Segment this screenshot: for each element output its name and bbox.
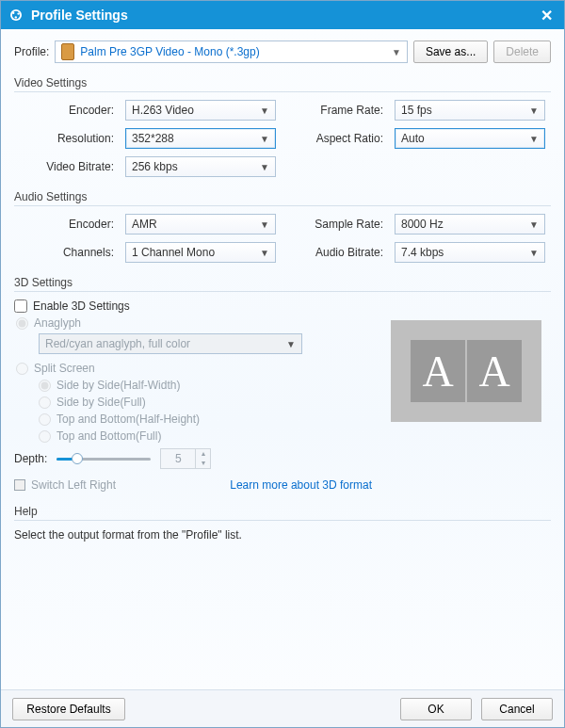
frame-rate-label: Frame Rate:	[283, 104, 387, 117]
video-settings-group: Video Settings Encoder: H.263 Video▼ Fra…	[14, 76, 551, 177]
split-screen-radio: Split Screen	[16, 362, 372, 375]
audio-encoder-combo[interactable]: AMR▼	[125, 214, 276, 235]
opt-tb-full: Top and Bottom(Full)	[39, 429, 372, 443]
ok-button[interactable]: OK	[400, 698, 472, 720]
frame-rate-combo[interactable]: 15 fps▼	[395, 100, 545, 121]
video-bitrate-combo[interactable]: 256 kbps▼	[125, 156, 276, 177]
slider-thumb-icon[interactable]	[72, 453, 83, 464]
chevron-down-icon: ▼	[529, 219, 539, 230]
restore-defaults-button[interactable]: Restore Defaults	[12, 698, 125, 720]
profile-combo[interactable]: Palm Pre 3GP Video - Mono (*.3gp) ▼	[55, 40, 408, 63]
chevron-down-icon: ▼	[260, 105, 269, 116]
sample-rate-label: Sample Rate:	[283, 218, 387, 231]
anaglyph-radio: Anaglyph	[16, 316, 372, 330]
help-group: Help Select the output format from the "…	[14, 505, 551, 542]
audio-bitrate-combo[interactable]: 7.4 kbps▼	[395, 242, 545, 263]
sample-rate-combo[interactable]: 8000 Hz▼	[395, 214, 545, 235]
audio-encoder-label: Encoder:	[14, 218, 118, 231]
resolution-label: Resolution:	[14, 132, 118, 145]
delete-button: Delete	[493, 40, 551, 63]
video-encoder-combo[interactable]: H.263 Video▼	[125, 100, 276, 121]
anaglyph-combo: Red/cyan anaglyph, full color ▼	[39, 333, 302, 354]
chevron-down-icon: ▼	[529, 134, 539, 144]
help-title: Help	[14, 505, 551, 521]
enable-3d-input[interactable]	[14, 299, 27, 313]
profile-value: Palm Pre 3GP Video - Mono (*.3gp)	[80, 45, 386, 58]
chevron-down-icon: ▼	[286, 339, 296, 349]
aspect-ratio-label: Aspect Ratio:	[283, 132, 387, 145]
enable-3d-checkbox[interactable]: Enable 3D Settings	[14, 299, 551, 313]
audio-bitrate-label: Audio Bitrate:	[283, 246, 387, 259]
depth-slider[interactable]	[56, 452, 151, 465]
profile-label: Profile:	[14, 45, 49, 58]
window-title: Profile Settings	[31, 8, 128, 23]
chevron-down-icon: ▼	[529, 105, 539, 116]
channels-label: Channels:	[14, 246, 118, 259]
threeD-settings-group: 3D Settings Enable 3D Settings Anaglyph …	[14, 276, 551, 492]
depth-spinner: 5 ▴▾	[160, 448, 211, 469]
chevron-down-icon: ▼	[529, 248, 539, 258]
spinner-up-icon: ▴	[196, 449, 210, 459]
channels-combo[interactable]: 1 Channel Mono▼	[125, 242, 276, 263]
depth-value: 5	[161, 452, 195, 465]
spinner-down-icon: ▾	[196, 459, 210, 468]
threeD-title: 3D Settings	[14, 276, 551, 292]
enable-3d-label: Enable 3D Settings	[33, 299, 130, 313]
switch-lr-checkbox	[14, 479, 25, 491]
svg-point-3	[17, 12, 19, 14]
threeD-preview: A A	[391, 320, 541, 422]
resolution-combo[interactable]: 352*288▼	[125, 128, 276, 149]
chevron-down-icon: ▼	[392, 47, 401, 57]
opt-sbs-full: Side by Side(Full)	[39, 396, 372, 409]
svg-point-2	[12, 12, 14, 14]
close-icon[interactable]: ✕	[536, 7, 557, 24]
chevron-down-icon: ▼	[260, 134, 269, 144]
help-text: Select the output format from the "Profi…	[14, 528, 551, 542]
preview-letter-right: A	[467, 340, 522, 402]
app-icon	[8, 8, 24, 23]
aspect-ratio-combo[interactable]: Auto▼	[395, 128, 545, 149]
depth-label: Depth:	[14, 452, 47, 465]
cancel-button[interactable]: Cancel	[481, 698, 553, 720]
svg-point-4	[15, 16, 17, 18]
chevron-down-icon: ▼	[260, 219, 269, 230]
footer: Restore Defaults OK Cancel	[1, 689, 564, 727]
learn-more-link[interactable]: Learn more about 3D format	[230, 478, 372, 492]
anaglyph-label: Anaglyph	[34, 316, 81, 330]
switch-lr-label: Switch Left Right	[31, 478, 116, 492]
split-screen-label: Split Screen	[34, 362, 95, 375]
video-encoder-label: Encoder:	[14, 104, 118, 117]
audio-settings-title: Audio Settings	[14, 190, 551, 206]
save-as-button[interactable]: Save as...	[413, 40, 488, 63]
titlebar: Profile Settings ✕	[1, 1, 564, 29]
audio-settings-group: Audio Settings Encoder: AMR▼ Sample Rate…	[14, 190, 551, 263]
preview-letter-left: A	[411, 340, 465, 402]
profile-device-icon	[61, 43, 74, 60]
opt-sbs-half: Side by Side(Half-Width)	[39, 379, 372, 392]
video-settings-title: Video Settings	[14, 76, 551, 92]
chevron-down-icon: ▼	[260, 162, 269, 172]
chevron-down-icon: ▼	[260, 248, 269, 258]
video-bitrate-label: Video Bitrate:	[14, 160, 118, 173]
opt-tb-half: Top and Bottom(Half-Height)	[39, 413, 372, 426]
